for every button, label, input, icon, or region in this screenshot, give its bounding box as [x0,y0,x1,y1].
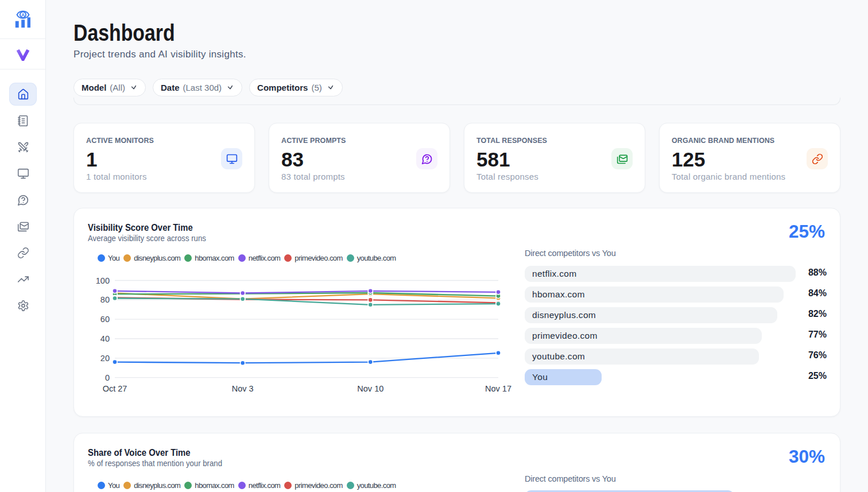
svg-text:100: 100 [96,276,110,285]
svg-text:40: 40 [100,334,110,343]
svg-text:A: A [21,12,25,18]
svg-text:60: 60 [100,315,110,324]
svg-text:Nov 3: Nov 3 [232,384,254,393]
svg-text:Oct 27: Oct 27 [103,384,127,393]
svg-text:Nov 17: Nov 17 [485,384,512,393]
svg-text:80: 80 [100,295,110,304]
svg-text:20: 20 [100,354,110,363]
svg-text:Nov 10: Nov 10 [357,384,383,393]
svg-text:0: 0 [105,373,110,382]
